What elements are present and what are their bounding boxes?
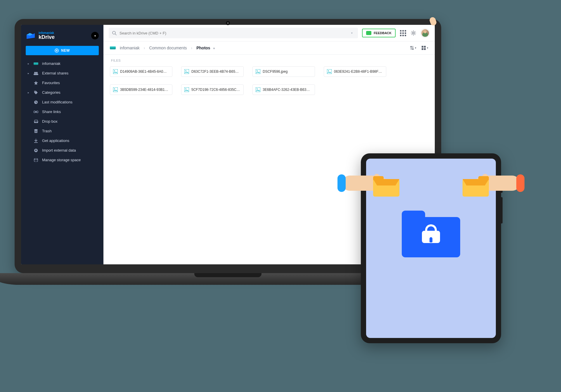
kdrive-logo-icon — [26, 31, 36, 41]
svg-rect-33 — [256, 87, 260, 92]
svg-rect-13 — [35, 129, 37, 130]
tablet-illustration — [366, 159, 496, 338]
folder-icon — [463, 176, 489, 197]
file-name: 3E6B4AFC-3262-43EB-B63F… — [263, 88, 312, 92]
image-file-icon — [184, 69, 189, 74]
image-file-icon — [256, 69, 260, 74]
chevron-right-icon: › — [191, 46, 193, 50]
workspace-switcher-button[interactable]: ▾ — [91, 32, 99, 39]
file-card[interactable]: 063E9241-E2B8-48F1-B98F… — [324, 66, 386, 77]
drive-root-icon[interactable] — [110, 46, 116, 50]
inbox-icon — [33, 120, 39, 123]
brand-text: infomaniak kDrive — [39, 31, 55, 40]
star-icon — [33, 81, 39, 85]
svg-point-16 — [34, 158, 38, 160]
chevron-down-icon: ▾ — [94, 34, 96, 37]
sidebar-item-last-modifications[interactable]: Last modifications — [23, 97, 102, 107]
chevron-down-icon: ▾ — [213, 47, 215, 50]
sidebar-item-label: Manage storage space — [42, 158, 81, 162]
sidebar-item-get-applications[interactable]: Get applications — [23, 136, 102, 145]
search-field[interactable]: ▾ — [109, 28, 358, 38]
svg-point-3 — [34, 72, 36, 74]
hand-right-illustration — [477, 176, 520, 191]
sidebar-item-manage-storage[interactable]: Manage storage space — [23, 155, 102, 165]
sidebar-item-import-external[interactable]: Import external data — [23, 145, 102, 155]
file-card[interactable]: 3E6B4AFC-3262-43EB-B63F… — [252, 84, 315, 95]
file-card[interactable]: DSCF9596.jpeg — [252, 66, 315, 77]
search-input[interactable] — [120, 31, 349, 35]
sidebar-item-label: Import external data — [42, 148, 76, 152]
file-name: 3B5DB599-234E-4814-93B1… — [120, 88, 168, 92]
file-name: 063E9241-E2B8-48F1-B98F… — [334, 70, 382, 74]
user-avatar[interactable] — [421, 29, 430, 37]
sidebar-item-external-shares[interactable]: ▸ External shares — [23, 68, 102, 78]
brand-subtitle: infomaniak — [39, 31, 55, 34]
webcam-icon — [226, 21, 230, 25]
breadcrumb-root[interactable]: infomaniak — [120, 46, 140, 50]
brand[interactable]: infomaniak kDrive ▾ — [21, 30, 103, 46]
new-button[interactable]: NEW — [26, 46, 99, 55]
sidebar-item-share-links[interactable]: Share links — [23, 107, 102, 117]
topbar: ▾ FEEDBACK — [103, 25, 435, 41]
link-icon — [33, 110, 39, 113]
sidebar-item-label: infomaniak — [42, 61, 60, 66]
plus-circle-icon — [55, 48, 59, 53]
svg-point-22 — [114, 70, 115, 71]
chevron-right-icon: ▸ — [27, 72, 30, 75]
sidebar-item-label: Trash — [42, 129, 52, 133]
files-grid: D14909AB-36E1-4B45-8A0… D63C72F1-3EEB-4B… — [103, 63, 435, 98]
svg-point-26 — [257, 70, 258, 71]
svg-rect-14 — [34, 142, 38, 143]
svg-rect-27 — [327, 69, 332, 74]
sidebar-item-trash[interactable]: Trash — [23, 126, 102, 136]
sort-button[interactable]: ▾ — [410, 46, 416, 50]
breadcrumb-current[interactable]: Photos ▾ — [196, 46, 214, 50]
svg-rect-25 — [256, 69, 260, 74]
file-card[interactable]: D63C72F1-3EEB-4B74-B65… — [181, 66, 244, 77]
breadcrumb-mid[interactable]: Common documents — [149, 46, 187, 50]
search-dropdown-toggle[interactable]: ▾ — [349, 32, 354, 34]
sidebar-item-drop-box[interactable]: Drop box — [23, 117, 102, 126]
settings-button[interactable] — [410, 30, 417, 36]
search-icon — [112, 31, 117, 35]
svg-rect-5 — [34, 74, 38, 75]
file-card[interactable]: D14909AB-36E1-4B45-8A0… — [110, 66, 172, 77]
file-name: DSCF9596.jpeg — [263, 70, 288, 74]
svg-rect-2 — [34, 63, 38, 63]
feedback-button[interactable]: FEEDBACK — [362, 29, 396, 37]
apps-grid-icon — [400, 30, 406, 36]
chevron-right-icon: › — [144, 46, 145, 50]
image-file-icon — [113, 69, 118, 74]
caret-down-icon: ▾ — [415, 46, 416, 49]
sidebar-item-label: Get applications — [42, 138, 69, 143]
chevron-right-icon: ▸ — [27, 62, 30, 65]
image-file-icon — [184, 87, 189, 92]
sidebar-item-label: Categories — [42, 90, 60, 95]
sidebar-item-favourites[interactable]: Favourites — [23, 78, 102, 88]
sidebar: infomaniak kDrive ▾ NEW ▸ infomaniak — [21, 25, 103, 264]
tablet-frame — [361, 153, 501, 343]
svg-rect-21 — [113, 69, 118, 74]
file-name: D63C72F1-3EEB-4B74-B65… — [191, 70, 239, 74]
sidebar-item-categories[interactable]: ▸ Categories — [23, 88, 102, 97]
gear-icon — [411, 30, 416, 36]
trash-icon — [33, 129, 39, 133]
svg-point-24 — [186, 70, 186, 71]
svg-point-32 — [186, 89, 186, 89]
chevron-right-icon: ▸ — [27, 91, 30, 94]
svg-point-4 — [36, 72, 38, 74]
locked-folder-icon — [402, 211, 460, 257]
svg-point-6 — [35, 91, 35, 92]
sidebar-item-infomaniak[interactable]: ▸ infomaniak — [23, 59, 102, 68]
file-card[interactable]: 3B5DB599-234E-4814-93B1… — [110, 84, 172, 95]
image-file-icon — [327, 69, 332, 74]
file-card[interactable]: 5CF7D198-72C6-4856-835C… — [181, 84, 244, 95]
svg-rect-23 — [184, 69, 189, 74]
download-icon — [33, 139, 39, 143]
view-toggle-button[interactable]: ▾ — [422, 46, 428, 50]
sidebar-item-label: Last modifications — [42, 100, 72, 104]
sort-icon — [410, 46, 414, 50]
svg-rect-20 — [110, 46, 116, 48]
drive-icon — [33, 62, 39, 65]
apps-menu-button[interactable] — [400, 30, 406, 36]
